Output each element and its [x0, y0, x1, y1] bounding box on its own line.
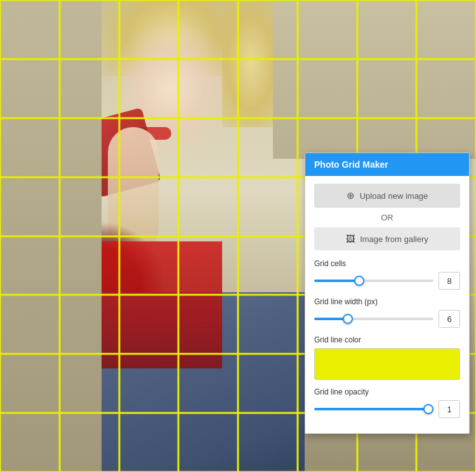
- grid-opacity-slider[interactable]: [314, 408, 433, 410]
- grid-line-width-slider[interactable]: [314, 318, 433, 320]
- or-text: OR: [381, 213, 393, 222]
- grid-cells-slider-container: [314, 274, 433, 287]
- grid-line-width-slider-container: [314, 313, 433, 325]
- grid-color-swatch[interactable]: [314, 348, 460, 380]
- grid-cells-label: Grid cells: [314, 259, 460, 268]
- panel-header: Photo Grid Maker: [305, 153, 469, 176]
- upload-label: Upload new image: [360, 191, 428, 201]
- upload-button[interactable]: ⊕ Upload new image: [314, 184, 460, 208]
- gallery-icon: 🖼: [346, 234, 355, 244]
- gallery-label: Image from gallery: [360, 234, 428, 244]
- grid-cells-value: 8: [439, 272, 460, 290]
- grid-opacity-slider-container: [314, 403, 433, 415]
- grid-cells-control: 8: [314, 272, 460, 290]
- grid-line-width-value: 6: [439, 310, 460, 328]
- control-panel: Photo Grid Maker ⊕ Upload new image OR 🖼…: [305, 152, 470, 434]
- upload-icon: ⊕: [347, 190, 355, 201]
- grid-cells-slider[interactable]: [314, 280, 433, 282]
- grid-line-color-label: Grid line color: [314, 335, 460, 344]
- grid-line-width-label: Grid line width (px): [314, 297, 460, 306]
- panel-title: Photo Grid Maker: [314, 159, 388, 170]
- grid-line-width-control: 6: [314, 310, 460, 328]
- gallery-button[interactable]: 🖼 Image from gallery: [314, 227, 460, 250]
- grid-opacity-control: 1: [314, 400, 460, 418]
- grid-opacity-value: 1: [439, 400, 460, 418]
- or-divider: OR: [314, 213, 460, 222]
- grid-opacity-label: Grid line opacity: [314, 388, 460, 396]
- panel-body: ⊕ Upload new image OR 🖼 Image from galle…: [305, 176, 469, 433]
